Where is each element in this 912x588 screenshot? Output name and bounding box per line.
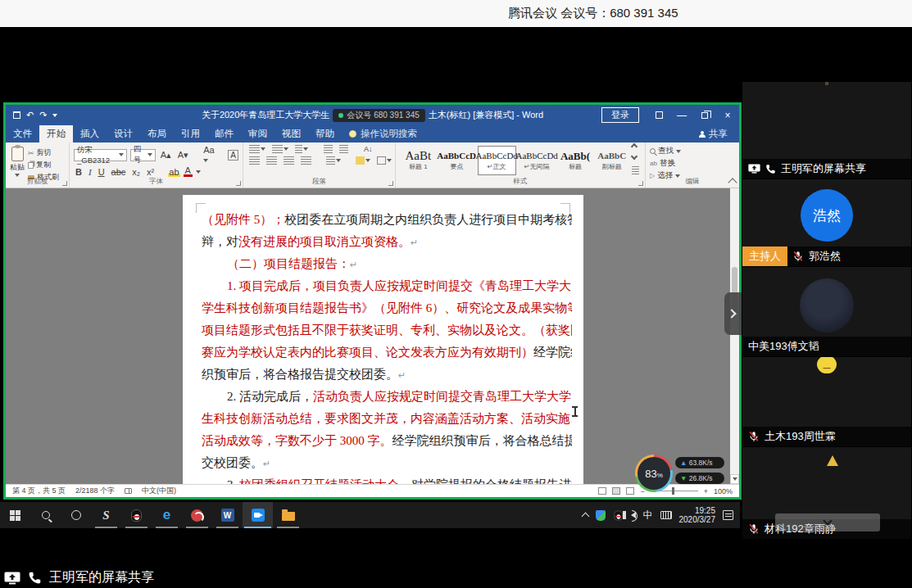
login-button[interactable]: 登录 (601, 107, 639, 123)
tab-review[interactable]: 审阅 (241, 125, 275, 142)
superscript-button[interactable]: x² (145, 167, 156, 177)
tab-insert[interactable]: 插入 (73, 125, 107, 142)
style-subtitle[interactable]: AaBbC副标题 (594, 146, 629, 175)
decrease-indent-button[interactable] (322, 145, 334, 153)
undo-icon[interactable]: ↶ (26, 110, 34, 120)
scroll-down-button[interactable] (730, 474, 739, 484)
web-layout-button[interactable] (626, 487, 634, 495)
taskbar-search-button[interactable] (30, 502, 61, 528)
vertical-scrollbar[interactable] (730, 188, 739, 484)
tab-design[interactable]: 设计 (107, 125, 140, 142)
taskbar-tencent-meeting[interactable] (243, 502, 273, 528)
quick-access-toolbar[interactable]: ↶ ↷ (6, 110, 57, 120)
taskbar-explorer[interactable] (273, 502, 303, 528)
sidebar-toggle-handle[interactable] (724, 292, 742, 335)
participant-tile-host[interactable]: 浩然 主持人 郭浩然 (742, 179, 911, 266)
usage-circle[interactable]: 83% (635, 455, 673, 492)
underline-button[interactable]: U (97, 167, 107, 177)
save-icon[interactable] (13, 111, 20, 119)
tell-me-search[interactable]: 操作说明搜索 (342, 125, 424, 142)
participant-tile-share[interactable]: 王明军的屏幕共享 (742, 82, 911, 179)
grow-font-button[interactable]: A▴ (159, 150, 173, 161)
participant-tile-4[interactable]: 土木193周世霖 (742, 357, 911, 446)
qq-tray-icon[interactable] (614, 510, 622, 520)
align-right-button[interactable] (282, 156, 296, 165)
style-heading1[interactable]: AaBt标题 1 (401, 146, 436, 175)
cortana-button[interactable] (61, 502, 91, 528)
tab-home[interactable]: 开始 (39, 125, 73, 142)
paragraph-dialog-launcher[interactable] (388, 181, 393, 186)
borders-button[interactable] (375, 156, 393, 165)
taskbar-sogou[interactable]: S (91, 502, 121, 528)
paste-button[interactable]: 粘贴 (10, 145, 25, 177)
style-title[interactable]: AaBb(标题 (558, 146, 593, 175)
taskbar-red-app[interactable] (182, 502, 212, 528)
tab-mailings[interactable]: 邮件 (207, 125, 241, 142)
zoom-in-button[interactable]: + (704, 487, 708, 495)
minimize-button[interactable]: — (670, 105, 693, 125)
highlight-button[interactable]: ab (168, 167, 179, 177)
copy-button[interactable]: 复制 (28, 160, 59, 170)
tab-layout[interactable]: 布局 (140, 125, 174, 142)
style-normal[interactable]: AaBbCcDd↵正文 (478, 146, 516, 175)
start-button[interactable] (0, 502, 30, 528)
shrink-font-button[interactable]: A▾ (176, 150, 190, 161)
proofing-icon[interactable] (125, 488, 132, 494)
redo-icon[interactable]: ↷ (39, 110, 47, 120)
justify-button[interactable] (299, 156, 313, 165)
style-nospacing[interactable]: AaBbCcDd↵无间隔 (518, 146, 556, 175)
styles-gallery-scroll[interactable] (630, 145, 641, 177)
document-text[interactable]: （见附件 5）；校团委在立项周期之内组织负责人进行项目中期考核答辩，对没有进展的… (202, 209, 572, 484)
tab-references[interactable]: 引用 (174, 125, 207, 142)
find-button[interactable]: 查找 (650, 146, 735, 156)
shading-button[interactable] (354, 156, 372, 165)
font-size-select[interactable]: 四号 (130, 149, 156, 161)
align-center-button[interactable] (265, 156, 279, 165)
strikethrough-button[interactable]: abc (110, 167, 128, 177)
document-page[interactable]: （见附件 5）；校团委在立项周期之内组织负责人进行项目中期考核答辩，对没有进展的… (183, 195, 583, 484)
volume-icon[interactable] (631, 512, 636, 518)
share-button[interactable]: 共享 (687, 125, 739, 142)
taskbar-edge[interactable]: e (152, 502, 182, 528)
keyboard-icon[interactable] (660, 511, 672, 519)
language-indicator[interactable]: 中文(中国) (142, 486, 176, 496)
bullets-button[interactable] (247, 145, 267, 153)
font-color-button[interactable]: A (184, 167, 193, 177)
clipboard-dialog-launcher[interactable] (62, 181, 67, 186)
increase-indent-button[interactable] (338, 145, 350, 153)
font-name-select[interactable]: 仿宋_GB2312 (74, 149, 127, 161)
page-indicator[interactable]: 第 4 页，共 5 页 (12, 486, 66, 496)
styles-down-icon[interactable] (631, 152, 637, 159)
close-button[interactable]: × (716, 105, 739, 125)
restore-button[interactable] (693, 105, 716, 125)
styles-up-icon[interactable] (631, 143, 637, 150)
zoom-level[interactable]: 100% (714, 487, 733, 495)
tray-expand-icon[interactable] (581, 513, 589, 521)
align-left-button[interactable] (247, 156, 261, 165)
tab-help[interactable]: 帮助 (308, 125, 342, 142)
sort-button[interactable]: A↓ (362, 145, 374, 153)
qat-customize-icon[interactable] (52, 114, 57, 117)
word-count[interactable]: 2/2188 个字 (75, 486, 115, 496)
styles-more-icon[interactable] (632, 166, 639, 174)
numbering-button[interactable] (270, 145, 290, 153)
ribbon-options-button[interactable] (647, 105, 670, 125)
font-dialog-launcher[interactable] (236, 181, 241, 186)
style-keypoint[interactable]: AaBbCcD要点 (438, 146, 476, 175)
line-spacing-button[interactable] (324, 156, 343, 165)
italic-button[interactable]: I (87, 167, 93, 177)
taskbar-clock[interactable]: 19:25 2020/3/27 (679, 506, 716, 524)
action-center-icon[interactable] (723, 510, 733, 520)
cut-button[interactable]: ✂剪切 (28, 147, 59, 158)
char-border-button[interactable]: A (228, 150, 238, 161)
subscript-button[interactable]: x₂ (130, 167, 142, 177)
collapse-video-list-button[interactable] (775, 513, 880, 531)
read-mode-button[interactable] (598, 487, 606, 495)
security-tray-icon[interactable] (596, 510, 606, 521)
styles-dialog-launcher[interactable] (638, 181, 643, 186)
participant-tile-3[interactable]: 中美193傅文韬 (742, 267, 911, 356)
taskbar-word[interactable]: W (212, 502, 243, 528)
multilevel-list-button[interactable] (293, 145, 310, 153)
bold-button[interactable]: B (74, 167, 84, 177)
print-layout-button[interactable] (612, 487, 620, 495)
